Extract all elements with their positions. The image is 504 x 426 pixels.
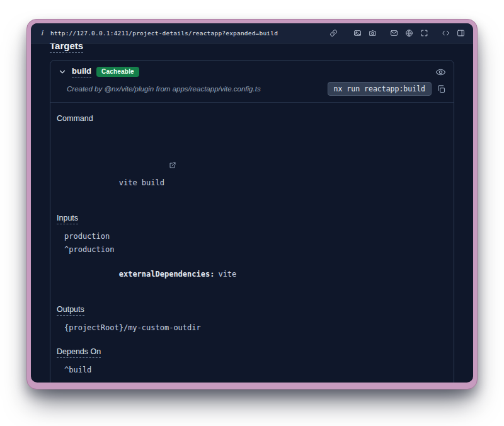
depends-on-item: ^build [64,364,447,376]
external-deps-value: vite [218,270,236,279]
window-inner: i http://127.0.0.1:4211/project-details/… [31,23,473,383]
external-deps-key: externalDependencies: [119,270,215,279]
layout-icon[interactable] [457,29,465,37]
titlebar: i http://127.0.0.1:4211/project-details/… [31,23,473,43]
inputs-heading: Inputs [57,214,447,222]
titlebar-icons [329,29,465,37]
targets-heading-label[interactable]: Targets [50,43,83,53]
expand-icon[interactable] [420,29,428,37]
command-value-line: vite build [64,131,447,200]
external-link-icon[interactable] [169,142,176,150]
camera-icon[interactable] [369,29,377,37]
copy-icon[interactable] [437,84,446,94]
chevron-down-icon[interactable] [58,67,67,76]
browser-window: i http://127.0.0.1:4211/project-details/… [26,19,478,389]
eye-icon[interactable] [435,67,446,78]
input-item: ^production [64,244,447,255]
depends-on-heading-label[interactable]: Depends On [57,347,101,358]
build-target-card: build Cacheable Created by @nx/vite/plug… [50,60,454,383]
inputs-heading-label[interactable]: Inputs [57,214,78,224]
command-heading: Command [57,114,447,123]
build-card-header[interactable]: build Cacheable [50,60,454,81]
url-text[interactable]: http://127.0.0.1:4211/project-details/re… [50,30,278,37]
depends-on-heading: Depends On [57,347,447,356]
outputs-heading: Outputs [57,305,447,314]
run-command-group: nx run reactapp:build [328,82,446,96]
run-command-chip: nx run reactapp:build [328,82,432,96]
build-card-body: Command vite build Inputs production ^pr… [50,103,454,383]
command-value: vite build [119,178,164,187]
target-name-build[interactable]: build [72,66,91,78]
link-icon[interactable] [329,29,338,37]
outputs-heading-label[interactable]: Outputs [57,305,84,316]
code-icon[interactable] [442,29,450,37]
globe-icon[interactable] [405,29,413,37]
created-by-text: Created by @nx/vite/plugin from apps/rea… [67,85,261,93]
screenshot-icon[interactable] [353,29,362,37]
input-item: production [64,231,447,242]
build-card-subheader: Created by @nx/vite/plugin from apps/rea… [50,81,454,103]
output-item: {projectRoot}/my-custom-outdir [64,322,447,333]
info-icon: i [39,29,45,37]
input-item-external-deps: externalDependencies:vite [64,257,447,291]
cacheable-badge: Cacheable [96,67,139,77]
mail-icon[interactable] [390,29,398,37]
page-content: Targets build Cacheable [31,43,473,383]
targets-heading: Targets [50,43,454,51]
